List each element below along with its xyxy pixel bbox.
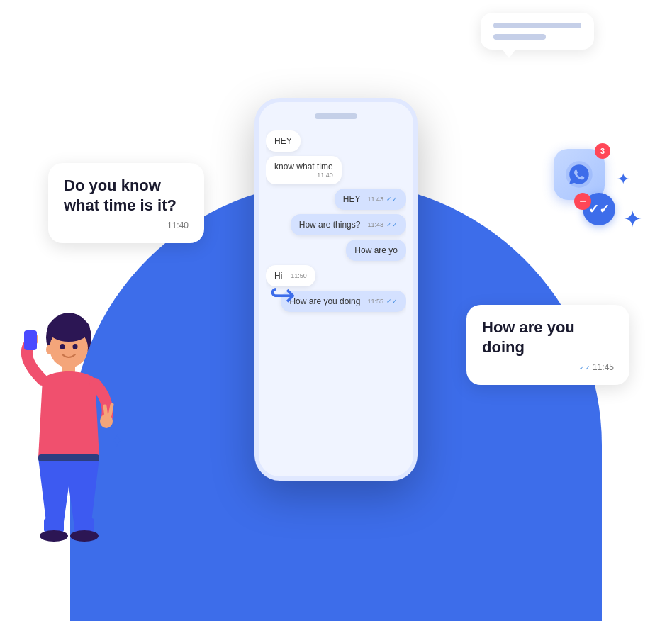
msg-text: know what time <box>274 162 333 172</box>
msg-text: How are you doing <box>289 296 360 306</box>
svg-point-11 <box>40 530 68 542</box>
message-how-things: How are things? 11:43 ✓✓ <box>291 214 406 235</box>
notification-count: 3 <box>595 143 610 159</box>
double-check-icon: ✓✓ <box>386 196 398 203</box>
message-hey-2: HEY 11:43 ✓✓ <box>335 189 406 210</box>
svg-point-4 <box>46 345 53 354</box>
msg-text: HEY <box>274 136 292 146</box>
typing-line-1 <box>493 23 581 28</box>
person-svg <box>7 295 131 564</box>
msg-text: How are things? <box>299 220 361 230</box>
msg-time: 11:55 <box>367 298 383 305</box>
reply-arrow-icon: ↩ <box>269 276 296 313</box>
speech-right-time: 11:45 <box>593 362 614 372</box>
svg-point-14 <box>73 344 78 349</box>
whatsapp-icon <box>565 160 593 189</box>
speech-bubble-left: Do you know what time is it? 11:40 <box>48 163 204 243</box>
message-how-doing: How are you doing 11:55 ✓✓ <box>281 291 406 312</box>
svg-rect-7 <box>24 330 37 350</box>
speech-left-text: Do you know what time is it? <box>64 176 189 215</box>
scene: ✦ ✦ ✦ HEY know what time 11:40 HEY <box>0 0 672 621</box>
star-icon-1: ✦ <box>617 170 629 189</box>
minus-badge: − <box>574 193 591 210</box>
double-check-icon: ✓✓ <box>386 298 398 305</box>
speech-right-meta: ✓✓ 11:45 <box>482 362 614 372</box>
phone-notch <box>315 113 357 119</box>
double-check-icon: ✓✓ <box>386 221 398 228</box>
message-hey-1: HEY <box>266 130 301 152</box>
svg-point-12 <box>70 530 99 542</box>
message-how-are-yo: How are yo <box>346 240 406 261</box>
character-illustration <box>7 295 131 564</box>
double-check-small-icon: ✓✓ <box>579 364 590 371</box>
speech-bubble-right: How are you doing ✓✓ 11:45 <box>466 305 629 385</box>
check-badge-icon: ✓✓ <box>588 201 610 217</box>
speech-right-text: How are you doing <box>482 318 614 357</box>
typing-bubble <box>481 13 594 50</box>
svg-line-16 <box>110 405 112 415</box>
speech-left-time: 11:40 <box>64 220 189 230</box>
msg-time: 11:40 <box>317 172 333 179</box>
msg-text: HEY <box>343 194 361 204</box>
typing-line-2 <box>493 34 546 40</box>
svg-rect-15 <box>38 454 99 461</box>
msg-time: 11:43 <box>367 221 383 228</box>
svg-line-17 <box>105 406 106 417</box>
msg-text: How are yo <box>354 245 398 255</box>
svg-point-13 <box>60 344 65 349</box>
msg-time: 11:43 <box>367 196 383 203</box>
message-know-time: know what time 11:40 <box>266 156 342 184</box>
star-icon-2: ✦ <box>623 206 642 233</box>
svg-point-3 <box>47 316 90 342</box>
